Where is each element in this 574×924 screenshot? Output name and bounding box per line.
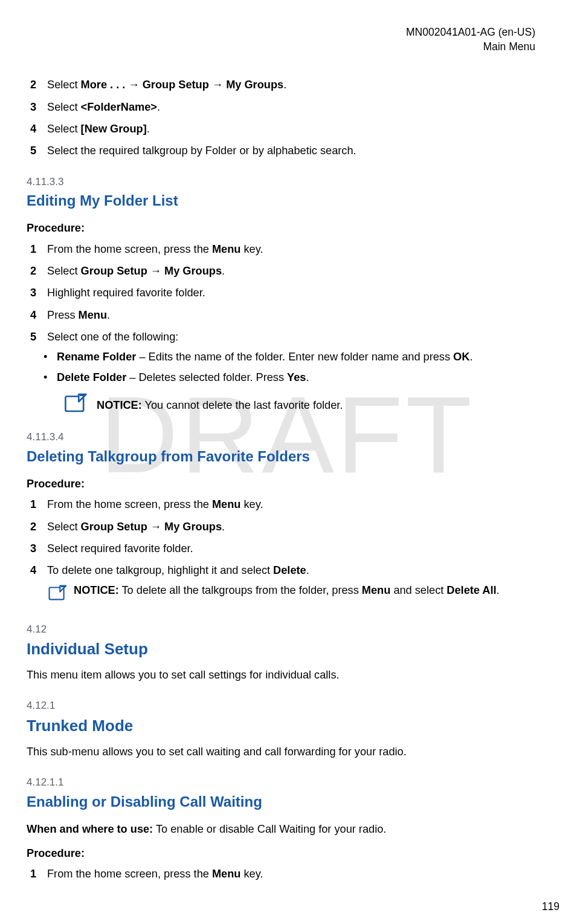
step-text: Select Group Setup → My Groups. bbox=[47, 519, 547, 535]
notice-icon bbox=[63, 391, 88, 414]
text-bold: Yes bbox=[287, 371, 306, 383]
text-bold: Delete bbox=[273, 564, 306, 576]
bullet-text: Rename Folder – Edits the name of the fo… bbox=[57, 349, 547, 365]
text: From the home screen, press the bbox=[47, 498, 212, 510]
step-number: 3 bbox=[30, 285, 47, 301]
list-item: 1 From the home screen, press the Menu k… bbox=[27, 241, 547, 257]
text: Select bbox=[47, 79, 81, 91]
step-number: 4 bbox=[30, 307, 47, 323]
notice-icon bbox=[47, 584, 68, 602]
section-heading: Deleting Talkgroup from Favorite Folders bbox=[27, 446, 547, 467]
list-item: 3 Select required favorite folder. bbox=[27, 541, 547, 556]
bullet-marker: • bbox=[44, 349, 57, 365]
step-number: 4 bbox=[30, 562, 47, 578]
procedure-steps: 1 From the home screen, press the Menu k… bbox=[27, 496, 547, 602]
text-bold: Menu bbox=[212, 243, 241, 255]
text: Select the required talkgroup by Folder … bbox=[47, 145, 356, 157]
notice-block: NOTICE: You cannot delete the last favor… bbox=[63, 390, 547, 414]
text-bold: OK bbox=[453, 351, 469, 363]
header-section: Main Menu bbox=[15, 40, 535, 54]
text-bold: Delete All bbox=[447, 584, 496, 596]
text: . bbox=[469, 351, 472, 363]
text: To enable or disable Call Waiting for yo… bbox=[153, 823, 386, 835]
text-bold: My Groups bbox=[164, 265, 222, 277]
list-item: 2 Select More . . . → Group Setup → My G… bbox=[27, 77, 547, 93]
list-item: 2 Select Group Setup → My Groups. bbox=[27, 263, 547, 279]
section-heading: Enabling or Disabling Call Waiting bbox=[27, 792, 547, 813]
step-number: 5 bbox=[30, 143, 47, 158]
bullet-item: • Rename Folder – Edits the name of the … bbox=[27, 349, 547, 365]
text: From the home screen, press the bbox=[47, 868, 212, 880]
step-text: To delete one talkgroup, highlight it an… bbox=[47, 562, 547, 578]
notice-block: NOTICE: To delete all the talkgroups fro… bbox=[47, 582, 547, 602]
text-bold: Menu bbox=[362, 584, 391, 596]
text: key. bbox=[240, 498, 263, 510]
section-desc: This menu item allows you to set call se… bbox=[27, 667, 547, 683]
text: – Deletes selected folder. Press bbox=[126, 371, 287, 383]
text-bold: Group Setup bbox=[81, 265, 147, 277]
text: . bbox=[306, 371, 309, 383]
text: To delete one talkgroup, highlight it an… bbox=[47, 564, 273, 576]
section-heading: Editing My Folder List bbox=[27, 190, 547, 212]
step-number: 2 bbox=[30, 519, 47, 535]
procedure-steps: 1 From the home screen, press the Menu k… bbox=[27, 241, 547, 415]
step-number: 5 bbox=[30, 329, 47, 345]
text: . bbox=[147, 123, 150, 135]
page-number: 119 bbox=[542, 899, 559, 914]
notice-text: NOTICE: You cannot delete the last favor… bbox=[97, 390, 547, 413]
procedure-label: Procedure: bbox=[27, 220, 547, 236]
list-item: 2 Select Group Setup → My Groups. bbox=[27, 519, 547, 535]
section-number: 4.11.3.4 bbox=[27, 430, 547, 445]
step-text: Select [New Group]. bbox=[47, 121, 547, 137]
text: . bbox=[157, 101, 160, 113]
step-text: Select one of the following: bbox=[47, 329, 547, 345]
text-bold: Menu bbox=[212, 498, 241, 510]
step-text: Press Menu. bbox=[47, 307, 547, 323]
text: . bbox=[222, 521, 225, 533]
text: To delete all the talkgroups from the fo… bbox=[119, 584, 362, 596]
procedure-steps: 1 From the home screen, press the Menu k… bbox=[27, 866, 547, 882]
procedure-label: Procedure: bbox=[27, 845, 547, 861]
list-item: 3 Select <FolderName>. bbox=[27, 99, 547, 115]
when-label: When and where to use: bbox=[27, 823, 153, 835]
text-bold: My Groups bbox=[164, 521, 222, 533]
section-number: 4.12.1 bbox=[27, 698, 547, 714]
text: Select bbox=[47, 521, 81, 533]
notice-label: NOTICE: bbox=[97, 399, 142, 411]
text: – Edits the name of the folder. Enter ne… bbox=[136, 351, 453, 363]
text: From the home screen, press the bbox=[47, 243, 212, 255]
procedure-label: Procedure: bbox=[27, 476, 547, 492]
step-number: 3 bbox=[30, 541, 47, 556]
text-bold: My Groups bbox=[226, 79, 283, 91]
text: Select bbox=[47, 101, 81, 113]
text-bold: Menu bbox=[212, 868, 241, 880]
step-text: Highlight required favorite folder. bbox=[47, 285, 547, 301]
section-heading: Trunked Mode bbox=[27, 715, 547, 738]
list-item: 5 Select the required talkgroup by Folde… bbox=[27, 143, 547, 158]
text-bold: Delete Folder bbox=[57, 371, 126, 383]
text: → bbox=[147, 265, 164, 277]
step-text: From the home screen, press the Menu key… bbox=[47, 496, 547, 512]
list-item: 1 From the home screen, press the Menu k… bbox=[27, 496, 547, 512]
step-number: 4 bbox=[30, 121, 47, 137]
list-item: 5 Select one of the following: bbox=[27, 329, 547, 345]
step-text: From the home screen, press the Menu key… bbox=[47, 241, 547, 257]
text: → bbox=[147, 521, 164, 533]
notice-text: NOTICE: To delete all the talkgroups fro… bbox=[74, 582, 547, 598]
text: Select required favorite folder. bbox=[47, 542, 193, 555]
step-number: 2 bbox=[30, 77, 47, 93]
text-bold: Group Setup bbox=[81, 521, 147, 533]
step-text: Select <FolderName>. bbox=[47, 99, 547, 115]
page-header: MN002041A01-AG (en-US) Main Menu bbox=[15, 25, 535, 54]
text: key. bbox=[240, 243, 263, 255]
text-bold: More . . . bbox=[81, 79, 126, 91]
text-bold: <FolderName> bbox=[81, 101, 157, 113]
text-bold: Group Setup bbox=[143, 79, 209, 91]
text-bold: [New Group] bbox=[81, 123, 147, 135]
text: . bbox=[283, 79, 286, 91]
text: . bbox=[107, 309, 110, 321]
list-item: 1 From the home screen, press the Menu k… bbox=[27, 866, 547, 882]
text: Select bbox=[47, 123, 81, 135]
step-text: Select More . . . → Group Setup → My Gro… bbox=[47, 77, 547, 93]
bullet-item: • Delete Folder – Deletes selected folde… bbox=[27, 369, 547, 385]
